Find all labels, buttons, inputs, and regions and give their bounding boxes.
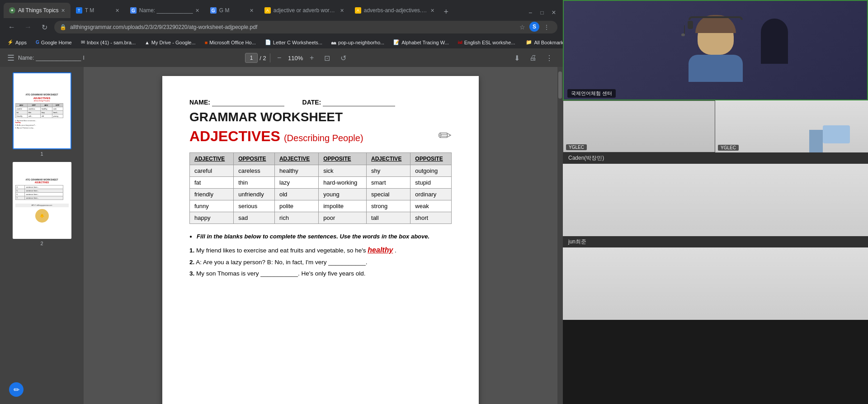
minimize-button[interactable]: − [525,7,536,18]
table-cell-4-5: short [410,212,452,224]
bookmark-office[interactable]: ■ Microsoft Office Ho... [201,39,259,46]
tab-close-6[interactable]: × [431,7,434,14]
print-button[interactable]: 🖨 [527,52,539,64]
bookmark-label: Inbox (41) - sam.bra... [87,40,136,45]
pdf-content-area[interactable]: NAME: DATE: GRAMMAR WORKSHEET ADJECTIVES… [84,67,557,404]
table-cell-0-0: careful [190,165,234,177]
secondary-video-label-2: YGLEC [718,145,739,151]
thumbnail-image-1: ATG GRAMMAR WORKSHEET ADJECTIVES (Descri… [13,72,71,149]
tab-adjective-adverb[interactable]: A adjective or adverb works... × [259,3,349,18]
pdf-fields-row: NAME: DATE: [189,99,452,106]
bookmark-label: English ESL workshe... [464,40,515,45]
col-header-opp2: OPPOSITE [319,153,367,165]
bookmark-drive[interactable]: ▲ My Drive - Google... [141,39,199,46]
exercise-num-2: 2. [189,259,194,266]
rotate-button[interactable]: ↺ [337,52,350,64]
more-options-icon[interactable]: ⋮ [541,22,552,33]
google-icon: G [36,40,39,45]
table-cell-3-1: serious [234,200,275,212]
forward-button[interactable]: → [22,21,34,33]
thumbnail-1[interactable]: ATG GRAMMAR WORKSHEET ADJECTIVES (Descri… [5,72,78,157]
instruction-text: Fill in the blanks below to complete the… [197,233,429,240]
draw-icon: ✏ [14,385,19,394]
thumbnail-2[interactable]: ATG GRAMMAR WORKSHEET ADJECTIVES 4.sente… [5,162,78,246]
tab-favicon-6: A [355,7,361,14]
tab-tm[interactable]: T T M × [71,3,125,18]
worksheet-subtitle-desc: (Describing People) [284,133,363,143]
table-cell-4-1: sad [234,212,275,224]
bookmark-google-home[interactable]: G Google Home [32,39,75,46]
refresh-button[interactable]: ↻ [38,21,51,33]
participant-caden-panel: Caden(박장민) [563,152,868,236]
more-tools-button[interactable]: ⋮ [543,52,556,64]
tab-name[interactable]: G Name: ____________ × [125,3,205,18]
tab-label-1: All Things Topics [18,7,59,14]
pdf-name-field: Name: _______________ I [18,55,85,61]
bookmark-all-bookmarks[interactable]: 📁 All Bookmarks [522,38,563,46]
table-cell-1-5: stupid [410,177,452,189]
tab-close-3[interactable]: × [196,7,199,14]
zoom-in-button[interactable]: + [307,52,317,63]
table-cell-0-5: outgoing [410,165,452,177]
table-cell-0-3: sick [319,165,367,177]
participant-jun-panel: jun최준 [563,236,868,320]
table-cell-1-3: hard-working [319,177,367,189]
download-button[interactable]: ⬇ [510,52,523,64]
tab-close-4[interactable]: × [250,7,254,14]
col-header-opp3: OPPOSITE [410,153,452,165]
tab-allthingstopics[interactable]: ✦ All Things Topics × [4,3,71,18]
sidebar-toggle-button[interactable]: ☰ [7,53,14,63]
profile-icon[interactable]: S [529,22,539,32]
tab-label-3: Name: ____________ [139,7,193,14]
col-header-adj2: ADJECTIVE [274,153,318,165]
tab-label-4: G M [219,7,247,14]
url-bar[interactable]: 🔒 allthingsgrammar.com/uploads/2/3/2/9/2… [54,21,557,33]
exercise-num-1: 1. [189,247,194,254]
zoom-out-button[interactable]: − [274,52,285,63]
maximize-button[interactable]: □ [537,7,547,18]
table-row: carefulcarelesshealthysickshyoutgoing [190,165,452,177]
scrollbar-thumb[interactable] [558,71,562,99]
thumbnail-num-1: 1 [40,151,43,157]
exercise-item-1: 1. My friend likes to exercise and eat f… [189,246,452,254]
participant-caden-header: Caden(박장민) [563,152,868,164]
pdf-layout: ATG GRAMMAR WORKSHEET ADJECTIVES (Descri… [0,67,563,404]
exercise-instruction: ● Fill in the blanks below to complete t… [189,233,452,240]
name-suffix: I [83,55,84,61]
table-cell-4-3: poor [319,212,367,224]
lock-icon: 🔒 [60,24,66,30]
bookmark-star-icon[interactable]: ☆ [517,22,528,33]
exercise-section: ● Fill in the blanks below to complete t… [189,233,452,277]
bookmarks-folder-icon: 📁 [526,39,532,45]
isl-icon: isl [458,40,462,45]
bookmark-inbox[interactable]: ✉ Inbox (41) - sam.bra... [77,38,139,46]
pdf-scrollbar[interactable] [557,67,563,404]
name-field-line[interactable] [212,99,284,106]
draw-button[interactable]: ✏ [9,382,24,397]
table-cell-0-4: shy [367,165,410,177]
participant-jun-name: jun최준 [568,238,586,246]
tab-adverbs-adjectives[interactable]: A adverbs-and-adjectives.p... × [349,3,440,18]
tab-close-2[interactable]: × [116,7,119,14]
bookmark-popup[interactable]: 🏘 pop-up-neighborho... [328,39,388,46]
bookmark-label: Apps [15,40,27,45]
table-cell-4-0: happy [190,212,234,224]
bookmark-letter-c[interactable]: 📄 Letter C Worksheets... [261,38,326,46]
bookmark-alphabet[interactable]: 📝 Alphabet Tracing W... [390,38,453,46]
bookmark-apps[interactable]: ⚡ Apps [4,38,30,46]
date-field-line[interactable] [323,99,395,106]
new-tab-button[interactable]: + [440,5,453,18]
office-icon: ■ [205,40,208,45]
back-button[interactable]: ← [5,21,18,33]
table-row: fatthinlazyhard-workingsmartstupid [190,177,452,189]
close-button[interactable]: × [548,7,559,18]
tab-gm[interactable]: G G M × [205,3,259,18]
bookmark-label: Alphabet Tracing W... [401,40,449,45]
table-cell-4-4: tall [367,212,410,224]
bookmark-isl[interactable]: isl English ESL workshe... [454,39,519,46]
tab-close-5[interactable]: × [340,7,344,14]
tab-favicon-4: G [210,7,217,14]
tab-close-1[interactable]: × [61,7,65,14]
fit-page-button[interactable]: ⊡ [321,52,334,64]
page-number-input[interactable]: 1 [245,53,258,63]
